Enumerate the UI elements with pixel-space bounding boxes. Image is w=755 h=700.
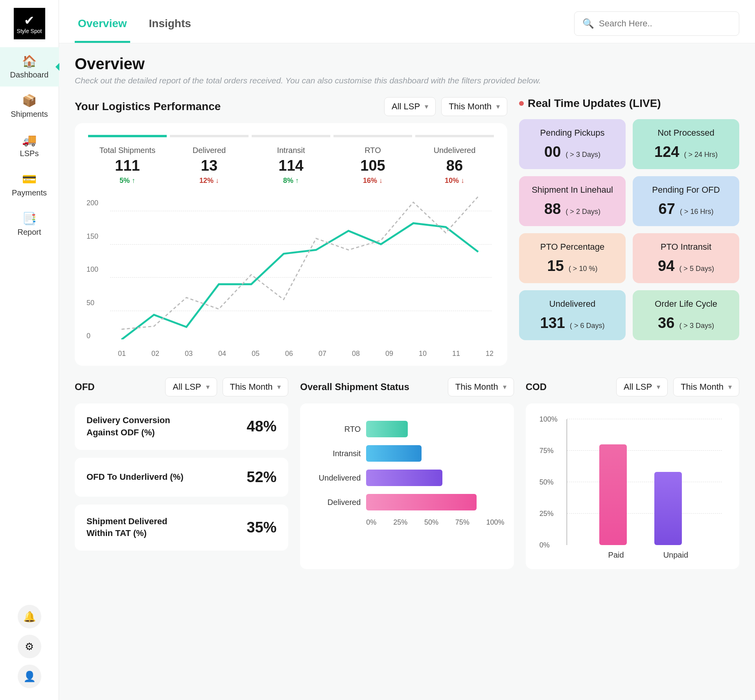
chevron-down-icon: ▾ [496,102,500,111]
filter-period[interactable]: This Month ▾ [441,97,507,116]
kpi-pending-ofd[interactable]: Pending For OFD 67( > 16 Hrs) [633,176,739,226]
kpi-shipment-linehaul[interactable]: Shipment In Linehaul 88( > 2 Days) [519,176,626,226]
kpi-undelivered[interactable]: Undelivered 131( > 6 Days) [519,290,626,340]
stat-rto[interactable]: RTO 105 16% ↓ [333,135,412,185]
line-chart-svg [110,193,492,339]
notifications-button[interactable]: 🔔 [18,605,41,628]
content: Overview Check out the detailed report o… [59,43,755,700]
filter-lsp[interactable]: All LSP ▾ [384,97,436,116]
search-input[interactable] [599,18,731,29]
sidebar-item-label: Payments [12,188,47,197]
sidebar-item-report[interactable]: 📑 Report [0,204,59,244]
kpi-order-life-cycle[interactable]: Order Life Cycle 36( > 3 Days) [633,290,739,340]
user-icon: 👤 [23,671,36,683]
kpi-pending-pickups[interactable]: Pending Pickups 00( > 3 Days) [519,119,626,169]
tab-insights[interactable]: Insights [146,11,194,43]
chevron-down-icon: ▾ [277,383,281,391]
chevron-down-icon: ▾ [206,383,210,391]
shipment-status-chart: RTO Intransit Undelivered Delivered 0% 2… [300,403,514,569]
ofd-filter-period[interactable]: This Month▾ [223,378,289,396]
page-title: Overview [75,55,739,73]
sidebar-item-label: Report [17,228,41,237]
sidebar: ✔ Style Spot 🏠 Dashboard 📦 Shipments 🚚 L… [0,0,59,700]
sidebar-item-dashboard[interactable]: 🏠 Dashboard [0,47,59,87]
cod-title: COD [526,381,547,392]
brand-logo: ✔ Style Spot [14,8,45,39]
chevron-down-icon: ▾ [425,102,428,111]
home-icon: 🏠 [22,54,37,68]
stat-intransit[interactable]: Intransit 114 8% ↑ [252,135,330,185]
chevron-down-icon: ▾ [657,383,660,391]
search-icon: 🔍 [582,18,594,29]
logistics-title: Your Logistics Performance [75,100,221,113]
cod-filter-lsp[interactable]: All LSP▾ [616,378,668,396]
cod-chart: 0% 25% 50% 75% 100% Paid Unp [526,403,739,569]
kpi-not-processed[interactable]: Not Processed 124( > 24 Hrs) [633,119,739,169]
logo-swoosh-icon: ✔ [24,13,35,28]
box-icon: 📦 [22,94,37,107]
settings-button[interactable]: ⚙ [18,635,41,658]
rtu-title: Real Time Updates (LIVE) [528,97,661,110]
ofd-delivery-conversion: Delivery Conversion Against ODF (%) 48% [75,403,288,450]
sidebar-item-payments[interactable]: 💳 Payments [0,165,59,204]
profile-button[interactable]: 👤 [18,665,41,688]
logistics-card: Total Shipments 111 5% ↑ Delivered 13 12… [75,123,507,366]
ofd-within-tat: Shipment Delivered Within TAT (%) 35% [75,505,288,551]
stat-delivered[interactable]: Delivered 13 12% ↓ [170,135,249,185]
chevron-down-icon: ▾ [728,383,732,391]
sidebar-item-label: Dashboard [10,70,49,79]
topbar: Overview Insights 🔍 [59,0,755,43]
report-icon: 📑 [22,212,37,225]
oss-title: Overall Shipment Status [300,381,409,392]
card-icon: 💳 [22,172,37,186]
cod-filter-period[interactable]: This Month▾ [673,378,739,396]
kpi-pto-intransit[interactable]: PTO Intransit 94( > 5 Days) [633,233,739,283]
truck-icon: 🚚 [22,133,37,147]
gear-icon: ⚙ [25,641,34,653]
bell-icon: 🔔 [23,611,36,623]
brand-name: Style Spot [17,28,42,34]
logistics-line-chart: 0 50 100 150 200 01 02 03 04 [87,193,495,358]
sidebar-item-shipments[interactable]: 📦 Shipments [0,87,59,126]
sidebar-item-label: LSPs [20,149,39,158]
search-box[interactable]: 🔍 [574,11,739,36]
kpi-pto-percentage[interactable]: PTO Percentage 15( > 10 %) [519,233,626,283]
sidebar-item-lsps[interactable]: 🚚 LSPs [0,126,59,165]
rtu-panel: Real Time Updates (LIVE) Pending Pickups… [519,97,739,366]
sidebar-item-label: Shipments [11,110,48,119]
tab-overview[interactable]: Overview [75,11,130,43]
stat-total-shipments[interactable]: Total Shipments 111 5% ↑ [88,135,167,185]
ofd-filter-lsp[interactable]: All LSP▾ [165,378,217,396]
live-dot-icon [519,101,524,106]
page-subtitle: Check out the detailed report of the tot… [75,76,739,85]
stat-undelivered[interactable]: Undelivered 86 10% ↓ [415,135,494,185]
ofd-underliverd: OFD To Underliverd (%) 52% [75,458,288,497]
oss-filter-period[interactable]: This Month▾ [448,378,514,396]
stat-row: Total Shipments 111 5% ↑ Delivered 13 12… [87,135,495,185]
ofd-title: OFD [75,381,95,392]
chevron-down-icon: ▾ [503,383,506,391]
main: Overview Insights 🔍 Overview Check out t… [59,0,755,700]
